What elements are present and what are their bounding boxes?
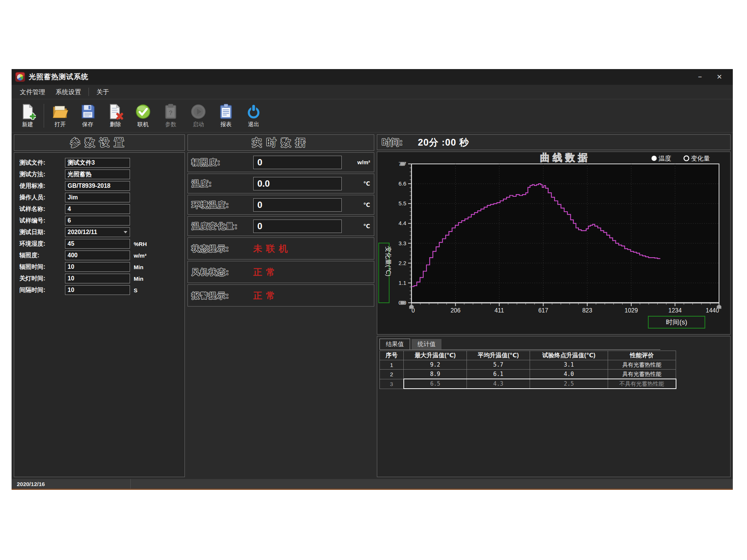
curve-chart-panel[interactable]: 0.01.12.23.34.45.56.67.70206411617823102…: [377, 152, 731, 335]
curve-chart-svg[interactable]: 0.01.12.23.34.45.56.67.70206411617823102…: [377, 152, 730, 334]
param-field-unit: Min: [134, 264, 143, 270]
report-button[interactable]: 报表: [212, 101, 240, 131]
svg-text:3.3: 3.3: [399, 240, 406, 246]
tool-label: 新建: [22, 121, 33, 128]
param-field-unit: %RH: [134, 241, 147, 247]
status-value: 未联机: [253, 243, 291, 255]
param-field-label: 关灯时间:: [19, 275, 65, 283]
close-button[interactable]: ✕: [710, 71, 729, 83]
param-field-input[interactable]: Jim: [65, 193, 130, 202]
app-window: 光照蓄热测试系统 − ✕ 文件管理 系统设置 关于 新建打开保存删除联机?参数启…: [12, 69, 733, 490]
new-button[interactable]: 新建: [14, 101, 41, 131]
realtime-panel: 实时数据 辐照度:0w/m²温度:0.0℃环境温度:0℃温度变化量:0℃状态提示…: [187, 134, 374, 477]
menu-about[interactable]: 关于: [91, 85, 114, 99]
tab-statistic-values[interactable]: 统计值: [412, 339, 441, 349]
status-date: 2020/12/16: [12, 481, 50, 487]
params-clipboard-icon: ?: [162, 103, 179, 120]
table-row[interactable]: 36.54.32.5不具有光蓄热性能: [380, 379, 676, 389]
params-button: ?参数: [157, 101, 185, 131]
connect-button[interactable]: 联机: [129, 101, 157, 131]
param-field-input[interactable]: 2020/12/11: [65, 227, 130, 237]
time-bar: 时间: 20分 :00 秒: [377, 134, 731, 150]
param-field-input[interactable]: 光照蓄热: [65, 169, 130, 179]
time-value: 20分 :00 秒: [418, 136, 469, 149]
param-field-input[interactable]: 400: [65, 251, 130, 260]
svg-text:1234: 1234: [669, 307, 682, 314]
param-field-input[interactable]: 10: [65, 285, 130, 295]
results-col-header: 最大升温值(℃): [404, 351, 467, 360]
table-row[interactable]: 28.96.14.0具有光蓄热性能: [380, 370, 676, 379]
results-col-header: 试验终点升温值(℃): [530, 351, 608, 360]
result-cell: 4.3: [467, 379, 530, 389]
reading-unit: w/m²: [357, 159, 370, 165]
param-field-input[interactable]: 10: [65, 274, 130, 283]
status-row: 状态提示:未联机: [187, 237, 374, 259]
result-cell: 3.1: [530, 360, 608, 370]
param-field-label: 操作人员:: [19, 194, 65, 202]
tool-label: 删除: [110, 121, 121, 128]
reading-unit: ℃: [363, 223, 370, 230]
menu-system-settings[interactable]: 系统设置: [50, 85, 86, 99]
open-folder-icon: [52, 103, 68, 120]
result-cell: 9.2: [404, 360, 467, 370]
legend-label[interactable]: 温度: [658, 155, 671, 162]
svg-text:1029: 1029: [624, 307, 638, 314]
tab-result-values[interactable]: 结果值: [379, 339, 410, 349]
exit-button[interactable]: 退出: [240, 101, 267, 131]
reading-row: 环境温度:0℃: [187, 195, 374, 215]
chart-title: 曲线数据: [540, 152, 591, 163]
statusbar: 2020/12/16: [12, 479, 733, 490]
reading-unit: ℃: [363, 202, 370, 208]
save-floppy-icon: [80, 103, 96, 120]
status-label: 报警提示:: [192, 290, 253, 301]
param-field-input[interactable]: 测试文件3: [65, 158, 130, 168]
menu-divider: [89, 88, 89, 96]
param-field-row: 测试日期:2020/12/11: [19, 227, 185, 237]
app-logo-icon: [15, 72, 25, 82]
param-field-label: 辐照时间:: [19, 263, 65, 271]
svg-text:206: 206: [450, 307, 461, 314]
menu-file-management[interactable]: 文件管理: [15, 85, 50, 99]
result-cell: 6.1: [467, 370, 530, 379]
param-field-label: 间隔时间:: [19, 286, 65, 294]
reading-row: 辐照度:0w/m²: [187, 152, 374, 172]
param-field-input[interactable]: GB/T8939-2018: [65, 181, 130, 191]
tool-label: 保存: [82, 121, 93, 128]
row-index-cell: 1: [380, 360, 404, 370]
start-button: 启动: [185, 101, 212, 131]
legend-label[interactable]: 变化量: [691, 155, 710, 162]
result-cell: 具有光蓄热性能: [608, 360, 676, 370]
results-header-row: 序号最大升温值(℃)平均升温值(℃)试验终点升温值(℃)性能评价: [380, 351, 676, 360]
params-panel-header: 参数设置: [14, 134, 185, 151]
svg-text:411: 411: [495, 307, 504, 314]
reading-value: 0: [253, 198, 342, 212]
param-field-input[interactable]: 45: [65, 239, 130, 249]
param-field-input[interactable]: 4: [65, 204, 130, 214]
reading-value: 0: [253, 156, 342, 169]
reading-row: 温度:0.0℃: [187, 174, 374, 193]
new-file-icon: [19, 103, 36, 120]
radio-selected-icon[interactable]: [651, 156, 657, 161]
reading-unit: ℃: [363, 180, 370, 187]
status-row: 报警提示:正常: [187, 284, 374, 307]
param-field-row: 试样编号:6: [19, 216, 185, 225]
menubar: 文件管理 系统设置 关于: [12, 85, 733, 99]
save-button[interactable]: 保存: [74, 101, 102, 131]
statusbar-divider: [130, 479, 131, 489]
tool-label: 联机: [137, 121, 149, 128]
param-field-input[interactable]: 10: [65, 262, 130, 272]
reading-value: 0: [253, 220, 342, 233]
realtime-panel-title: 实时数据: [252, 136, 310, 149]
delete-button[interactable]: 删除: [102, 101, 129, 131]
x-axis-label: 时间(s): [666, 318, 687, 326]
results-col-header: 序号: [380, 351, 404, 360]
dropdown-arrow-icon[interactable]: [124, 231, 127, 233]
plot-area: [412, 164, 719, 303]
window-title: 光照蓄热测试系统: [29, 72, 89, 82]
table-row[interactable]: 19.25.73.1具有光蓄热性能: [380, 360, 676, 370]
results-area: 结果值 统计值 序号最大升温值(℃)平均升温值(℃)试验终点升温值(℃)性能评价…: [377, 336, 731, 477]
open-button[interactable]: 打开: [46, 101, 74, 131]
svg-text:1.1: 1.1: [399, 280, 406, 286]
param-field-input[interactable]: 6: [65, 216, 130, 225]
minimize-button[interactable]: −: [690, 71, 710, 83]
